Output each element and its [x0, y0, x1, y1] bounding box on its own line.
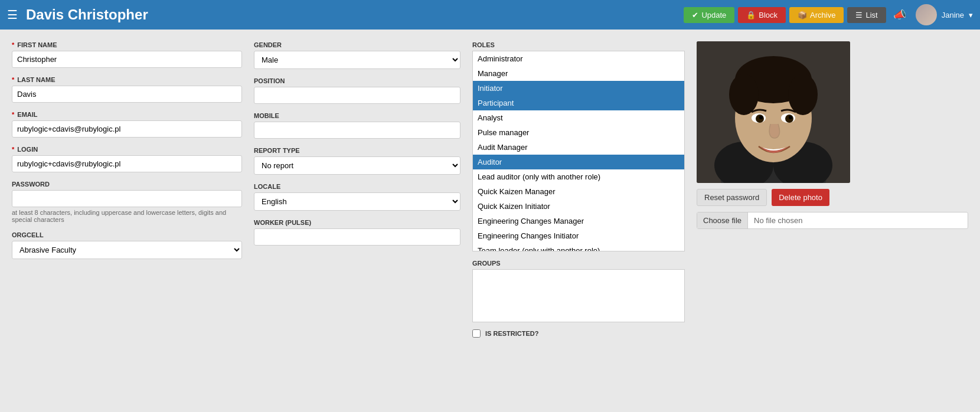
password-hint: at least 8 characters, including upperca… [12, 209, 242, 223]
file-chosen-text: No file chosen [748, 212, 808, 228]
role-item[interactable]: Analyst [473, 110, 684, 125]
role-item[interactable]: Engineering Changes Initiator [473, 228, 684, 243]
header: ☰ Davis Christopher ✔ Update 🔒 Block 📦 A… [0, 0, 980, 30]
mobile-group: MOBILE [254, 112, 460, 139]
locale-label: LOCALE [254, 183, 460, 190]
login-input[interactable] [12, 155, 242, 172]
is-restricted-checkbox[interactable] [472, 329, 481, 338]
position-label: POSITION [254, 77, 460, 84]
email-group: * EMAIL [12, 111, 242, 138]
role-item[interactable]: Pulse manager [473, 125, 684, 140]
left-column: * FIRST NAME * LAST NAME * EMAIL * LOGIN [12, 41, 242, 338]
mobile-label: MOBILE [254, 112, 460, 119]
roles-column: ROLES AdministratorManagerInitiatorParti… [472, 41, 685, 338]
gender-group: GENDER Male Female Other [254, 41, 460, 69]
locale-select[interactable]: English Polish German [254, 192, 460, 211]
required-marker: * [12, 76, 14, 83]
role-item[interactable]: Initiator [473, 81, 684, 96]
gender-select[interactable]: Male Female Other [254, 51, 460, 69]
role-item[interactable]: Audit Manager [473, 140, 684, 155]
svg-point-13 [759, 116, 763, 119]
photo-svg [697, 41, 850, 183]
role-item[interactable]: Manager [473, 66, 684, 81]
role-item[interactable]: Engineering Changes Manager [473, 214, 684, 228]
list-button[interactable]: ☰ List [847, 7, 886, 23]
user-name: Janine [942, 11, 964, 19]
position-input[interactable] [254, 87, 460, 104]
worker-pulse-group: WORKER (PULSE) [254, 219, 460, 246]
last-name-input[interactable] [12, 86, 242, 103]
groups-label: GROUPS [472, 260, 685, 267]
role-item[interactable]: Administrator [473, 51, 684, 66]
role-item[interactable]: Participant [473, 96, 684, 110]
main-content: * FIRST NAME * LAST NAME * EMAIL * LOGIN [0, 30, 980, 349]
last-name-group: * LAST NAME [12, 76, 242, 103]
worker-pulse-label: WORKER (PULSE) [254, 219, 460, 226]
groups-listbox[interactable] [472, 269, 685, 322]
first-name-input[interactable] [12, 51, 242, 68]
password-label: PASSWORD [12, 181, 242, 188]
role-item[interactable]: Lead auditor (only with another role) [473, 169, 684, 184]
gender-label: GENDER [254, 41, 460, 48]
orgcell-label: ORGCELL [12, 231, 242, 238]
login-group: * LOGIN [12, 146, 242, 172]
required-marker: * [12, 41, 14, 48]
login-label: * LOGIN [12, 146, 242, 153]
avatar [916, 4, 937, 25]
choose-file-button[interactable]: Choose file [697, 212, 748, 228]
block-button[interactable]: 🔒 Block [738, 7, 786, 23]
update-button[interactable]: ✔ Update [684, 7, 734, 23]
bell-icon: 📣 [893, 8, 906, 21]
archive-button[interactable]: 📦 Archive [789, 7, 844, 23]
required-marker: * [12, 111, 14, 118]
orgcell-group: ORGCELL Abrasive Faculty [12, 231, 242, 259]
password-group: PASSWORD at least 8 characters, includin… [12, 181, 242, 223]
mobile-input[interactable] [254, 122, 460, 139]
role-item[interactable]: Auditor [473, 155, 684, 169]
is-restricted-label: IS RESTRICTED? [485, 330, 538, 337]
lock-icon: 🔒 [746, 11, 756, 19]
right-column: Reset password Delete photo Choose file … [697, 41, 968, 338]
email-input[interactable] [12, 120, 242, 138]
delete-photo-button[interactable]: Delete photo [772, 189, 829, 206]
position-group: POSITION [254, 77, 460, 104]
password-input[interactable] [12, 190, 242, 207]
menu-icon[interactable]: ☰ [7, 8, 18, 22]
file-input-row: Choose file No file chosen [697, 212, 968, 229]
photo-buttons: Reset password Delete photo [697, 189, 968, 206]
first-name-label: * FIRST NAME [12, 41, 242, 48]
svg-point-14 [789, 116, 792, 119]
role-item[interactable]: Team leader (only with another role) [473, 243, 684, 251]
report-type-label: REPORT TYPE [254, 147, 460, 154]
role-item[interactable]: Quick Kaizen Manager [473, 184, 684, 199]
email-label: * EMAIL [12, 111, 242, 118]
check-icon: ✔ [692, 11, 698, 19]
last-name-label: * LAST NAME [12, 76, 242, 83]
roles-label: ROLES [472, 41, 685, 48]
locale-group: LOCALE English Polish German [254, 183, 460, 211]
page-title: Davis Christopher [26, 6, 684, 23]
svg-point-8 [788, 74, 818, 115]
required-marker: * [12, 146, 14, 153]
restricted-row: IS RESTRICTED? [472, 329, 685, 338]
svg-point-7 [729, 74, 759, 115]
user-photo [697, 41, 850, 183]
list-icon: ☰ [855, 11, 863, 19]
chevron-down-icon: ▾ [969, 11, 973, 19]
header-actions: ✔ Update 🔒 Block 📦 Archive ☰ List 📣 Jani… [684, 4, 973, 25]
first-name-group: * FIRST NAME [12, 41, 242, 68]
role-item[interactable]: Quick Kaizen Initiator [473, 199, 684, 214]
orgcell-select[interactable]: Abrasive Faculty [12, 241, 242, 259]
report-type-select[interactable]: No report Standard Extended [254, 156, 460, 175]
archive-icon: 📦 [798, 11, 807, 19]
report-type-group: REPORT TYPE No report Standard Extended [254, 147, 460, 175]
roles-listbox[interactable]: AdministratorManagerInitiatorParticipant… [472, 51, 685, 251]
middle-column: GENDER Male Female Other POSITION MOBILE… [254, 41, 460, 338]
reset-password-button[interactable]: Reset password [697, 189, 767, 206]
worker-pulse-input[interactable] [254, 228, 460, 246]
user-info: Janine ▾ [916, 4, 973, 25]
